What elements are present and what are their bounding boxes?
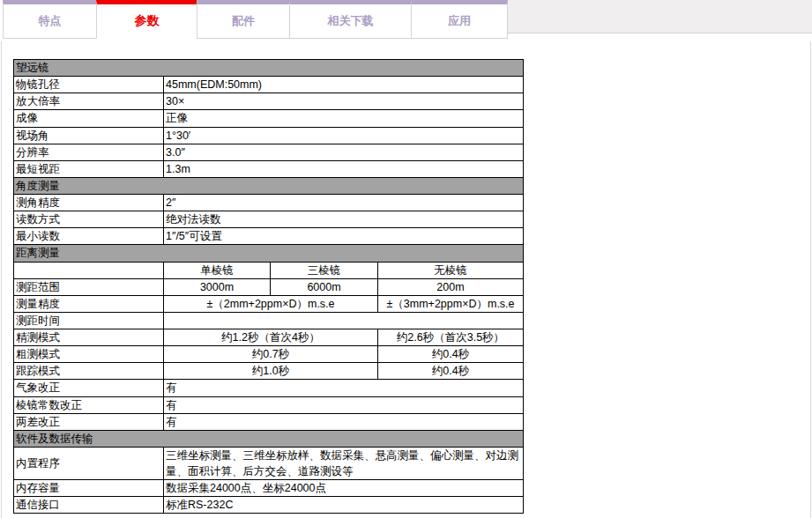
tab-strip: 特点 参数 配件 相关下载 应用 bbox=[0, 0, 812, 41]
row-label: 视场角 bbox=[14, 127, 164, 144]
table-row: 分辨率3.0″ bbox=[14, 144, 524, 160]
table-row: 两差改正有 bbox=[14, 413, 524, 430]
table-row: 内存容量数据采集24000点、坐标24000点 bbox=[14, 480, 524, 497]
tab-downloads-label: 相关下载 bbox=[328, 14, 374, 27]
row-label: 成像 bbox=[14, 110, 164, 127]
table-row: 测量精度±（2mm+2ppm×D）m.s.e±（3mm+2ppm×D）m.s.e bbox=[14, 295, 524, 312]
table-row: 视场角1°30′ bbox=[14, 127, 524, 144]
tab-downloads[interactable]: 相关下载 bbox=[289, 0, 412, 39]
row-value: 1°30′ bbox=[164, 127, 524, 144]
row-label: 内存容量 bbox=[14, 480, 164, 497]
table-row: 软件及数据传输 bbox=[14, 430, 524, 447]
row-value: 有 bbox=[164, 396, 524, 413]
table-row: 读数方式绝对法读数 bbox=[14, 211, 524, 228]
tab-applications[interactable]: 应用 bbox=[411, 0, 508, 39]
section-header: 距离测量 bbox=[14, 245, 524, 262]
table-row: 角度测量 bbox=[14, 177, 524, 194]
tab-parameters-label: 参数 bbox=[135, 13, 160, 27]
row-label: 两差改正 bbox=[14, 413, 164, 430]
row-label bbox=[14, 262, 164, 278]
row-label: 读数方式 bbox=[14, 211, 164, 228]
tab-features-label: 特点 bbox=[39, 14, 62, 27]
table-row: 距离测量 bbox=[14, 245, 524, 262]
table-row: 测距范围3000m6000m200m bbox=[14, 278, 524, 295]
row-value: 2″ bbox=[164, 195, 524, 211]
row-label: 测角精度 bbox=[14, 195, 164, 211]
table-row: 物镜孔径45mm(EDM:50mm) bbox=[14, 77, 524, 93]
row-label: 棱镜常数改正 bbox=[14, 396, 164, 413]
table-row: 精测模式约1.2秒（首次4秒）约2.6秒（首次3.5秒） bbox=[14, 329, 524, 346]
table-row: 气象改正有 bbox=[14, 380, 524, 396]
row-label: 分辨率 bbox=[14, 144, 164, 160]
row-value: 45mm(EDM:50mm) bbox=[164, 77, 524, 93]
table-row: 通信接口标准RS-232C bbox=[14, 497, 524, 514]
table-row: 测角精度2″ bbox=[14, 195, 524, 211]
row-value: 3.0″ bbox=[164, 144, 524, 160]
row-value: 绝对法读数 bbox=[164, 211, 524, 228]
row-label: 物镜孔径 bbox=[14, 77, 164, 93]
row-value bbox=[164, 312, 524, 329]
row-value: 约1.2秒（首次4秒） bbox=[164, 329, 378, 346]
row-value: 单棱镜 bbox=[164, 262, 271, 278]
row-value: 约2.6秒（首次3.5秒） bbox=[378, 329, 524, 346]
row-label: 放大倍率 bbox=[14, 93, 164, 110]
row-label: 跟踪模式 bbox=[14, 363, 164, 380]
tab-accessories[interactable]: 配件 bbox=[197, 0, 290, 39]
row-value: 约0.7秒 bbox=[164, 346, 378, 363]
row-value: 正像 bbox=[164, 110, 524, 127]
spec-table-body: 望远镜物镜孔径45mm(EDM:50mm)放大倍率30×成像正像视场角1°30′… bbox=[14, 60, 524, 514]
row-value: 数据采集24000点、坐标24000点 bbox=[164, 480, 524, 497]
row-value: 约1.0秒 bbox=[164, 363, 378, 380]
table-row: 内置程序三维坐标测量、三维坐标放样、数据采集、悬高测量、偏心测量、对边测量、面积… bbox=[14, 447, 524, 479]
tab-applications-label: 应用 bbox=[448, 14, 471, 27]
table-row: 成像正像 bbox=[14, 110, 524, 127]
section-header: 软件及数据传输 bbox=[14, 430, 524, 447]
row-label: 测距时间 bbox=[14, 312, 164, 329]
row-value: 1.3m bbox=[164, 160, 524, 177]
table-row: 放大倍率30× bbox=[14, 93, 524, 110]
row-value: 标准RS-232C bbox=[164, 497, 524, 514]
table-row: 最短视距1.3m bbox=[14, 160, 524, 177]
row-value: 无棱镜 bbox=[378, 262, 524, 278]
row-label: 通信接口 bbox=[14, 497, 164, 514]
tab-parameters[interactable]: 参数 bbox=[96, 0, 197, 39]
tab-accessories-label: 配件 bbox=[232, 14, 255, 27]
row-value: ±（2mm+2ppm×D）m.s.e bbox=[164, 295, 378, 312]
row-value: 三维坐标测量、三维坐标放样、数据采集、悬高测量、偏心测量、对边测量、面积计算、后… bbox=[164, 447, 524, 479]
row-label: 内置程序 bbox=[14, 447, 164, 479]
row-value: 3000m bbox=[164, 278, 271, 295]
spec-table: 望远镜物镜孔径45mm(EDM:50mm)放大倍率30×成像正像视场角1°30′… bbox=[13, 59, 524, 514]
row-value: 有 bbox=[164, 380, 524, 396]
row-value: 有 bbox=[164, 413, 524, 430]
row-label: 最小读数 bbox=[14, 228, 164, 245]
table-row: 望远镜 bbox=[14, 60, 524, 77]
section-header: 望远镜 bbox=[14, 60, 524, 77]
row-value: 200m bbox=[378, 278, 524, 295]
row-label: 气象改正 bbox=[14, 380, 164, 396]
row-label: 粗测模式 bbox=[14, 346, 164, 363]
row-value: 30× bbox=[164, 93, 524, 110]
row-value: 三棱镜 bbox=[271, 262, 378, 278]
table-row: 单棱镜三棱镜无棱镜 bbox=[14, 262, 524, 278]
table-row: 粗测模式约0.7秒约0.4秒 bbox=[14, 346, 524, 363]
row-label: 精测模式 bbox=[14, 329, 164, 346]
tab-features[interactable]: 特点 bbox=[3, 0, 97, 39]
parameters-panel: 望远镜物镜孔径45mm(EDM:50mm)放大倍率30×成像正像视场角1°30′… bbox=[1, 41, 811, 518]
tab-strip-filler bbox=[508, 0, 812, 33]
row-label: 测距范围 bbox=[14, 278, 164, 295]
table-row: 最小读数1″/5″可设置 bbox=[14, 228, 524, 245]
row-value: ±（3mm+2ppm×D）m.s.e bbox=[378, 295, 524, 312]
row-value: 6000m bbox=[271, 278, 378, 295]
table-row: 测距时间 bbox=[14, 312, 524, 329]
table-row: 棱镜常数改正有 bbox=[14, 396, 524, 413]
row-value: 1″/5″可设置 bbox=[164, 228, 524, 245]
table-row: 跟踪模式约1.0秒约0.4秒 bbox=[14, 363, 524, 380]
row-label: 测量精度 bbox=[14, 295, 164, 312]
section-header: 角度测量 bbox=[14, 177, 524, 194]
row-value: 约0.4秒 bbox=[378, 363, 524, 380]
row-value: 约0.4秒 bbox=[378, 346, 524, 363]
row-label: 最短视距 bbox=[14, 160, 164, 177]
